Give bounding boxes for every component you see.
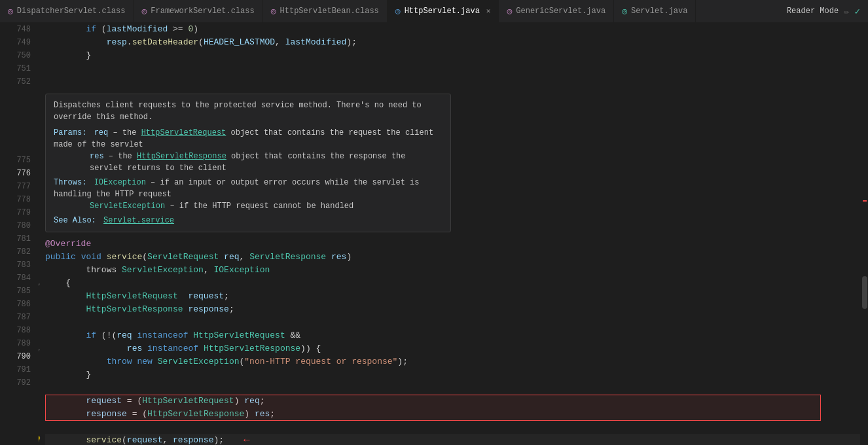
arrow-annotation: ← <box>244 434 250 445</box>
line-789: 789 <box>3 337 31 350</box>
vertical-scrollbar[interactable] <box>860 23 868 445</box>
code-line-776: ● public void service(ServletRequest req… <box>45 251 860 264</box>
code-line-775: @Override <box>45 238 860 251</box>
tab-framework-servlet[interactable]: ◎ FrameworkServlet.class <box>134 0 262 23</box>
scrollbar-error-indicator <box>863 200 867 202</box>
fold-783-code[interactable]: ▼ <box>39 345 40 358</box>
doc-see-label: See Also: <box>54 216 96 225</box>
code-line-788: response = (HttpServletResponse) res; <box>45 408 860 421</box>
code-line-786 <box>45 382 860 395</box>
tab-bar: ◎ DispatcherServlet.class ◎ FrameworkSer… <box>0 0 868 23</box>
doc-see-link[interactable]: Servlet.service <box>103 216 174 225</box>
line-790: 790 <box>3 350 31 363</box>
doc-line-space <box>3 88 31 154</box>
code-line-752 <box>45 75 860 88</box>
line-776: 776 <box>3 167 31 180</box>
doc-params: Params: req – the HttpServletRequest obj… <box>54 127 443 151</box>
tab-genericservlet[interactable]: ◎ GenericServlet.java <box>499 0 614 23</box>
code-line-781 <box>45 316 860 329</box>
selection-region: request = (HttpServletRequest) req; resp… <box>45 395 860 421</box>
bulb-icon-790[interactable]: 💡 <box>39 434 42 445</box>
line-781: 781 <box>3 232 31 245</box>
throws-keyword: throws <box>86 264 117 277</box>
pencil-icon[interactable]: ✏ <box>844 6 849 17</box>
doc-throws-label: Throws: <box>54 178 86 187</box>
code-line-784: throw new ServletException("non-HTTP req… <box>45 355 860 368</box>
doc-param-res: res – the HttpServletResponse object tha… <box>90 151 443 174</box>
code-line-748: if (lastModified >= 0) <box>45 23 860 36</box>
line-788: 788 <box>3 324 31 337</box>
line-777: 777 <box>3 180 31 193</box>
code-content: if (lastModified >= 0) resp.setDateHeade… <box>39 23 860 445</box>
tab-icon-dispatcher: ◎ <box>8 6 13 16</box>
code-line-750: } <box>45 49 860 62</box>
doc-param-req-name: req <box>94 128 109 137</box>
code-line-778: ▼ { <box>45 277 860 290</box>
tab-icon-generic: ◎ <box>507 6 512 16</box>
code-line-789 <box>45 421 860 434</box>
line-748: 748 <box>3 23 31 36</box>
line-750: 750 <box>3 49 31 62</box>
doc-see-also: See Also: Servlet.service <box>54 215 443 226</box>
doc-param-res-name: res <box>90 152 104 161</box>
doc-params-label: Params: <box>54 128 86 137</box>
line-number-gutter: 748 749 750 751 752 775 776 777 778 779 … <box>3 23 39 445</box>
line-779: 779 <box>3 206 31 219</box>
fold-778[interactable]: ▼ <box>39 279 40 293</box>
doc-throws: Throws: IOException – if an input or out… <box>54 177 443 200</box>
line-785: 785 <box>3 285 31 298</box>
line-792: 792 <box>3 376 31 389</box>
code-line-780: HttpServletResponse response; <box>45 303 860 316</box>
doc-throws-servlet-desc: – if the HTTP request cannot be handled <box>170 202 353 211</box>
line-784: 784 <box>3 272 31 285</box>
line-751: 751 <box>3 62 31 75</box>
doc-title: Dispatches client requests to the protec… <box>54 99 443 123</box>
line-786: 786 <box>3 298 31 311</box>
code-line-779: HttpServletRequest request; <box>45 290 860 303</box>
code-line-777: throws ServletException, IOException <box>45 264 860 277</box>
line-782: 782 <box>3 245 31 258</box>
doc-throws-servletexception: ServletException <box>90 202 165 211</box>
line-791: 791 <box>3 363 31 376</box>
tab-close-httpservlet[interactable]: ✕ <box>486 7 491 15</box>
doc-param-req-desc: – the HttpServletRequest object that con… <box>54 128 433 149</box>
code-line-785: } <box>45 368 860 382</box>
doc-throws-servlet: ServletException – if the HTTP request c… <box>90 200 443 212</box>
line-783: 783 ▼ <box>3 258 31 272</box>
reader-mode-button[interactable]: Reader Mode <box>787 7 839 16</box>
tab-icon-servlet: ◎ <box>622 6 627 16</box>
line-775: 775 <box>3 154 31 167</box>
code-line-790: 💡 service(request, response); ← <box>45 434 860 445</box>
tab-httpservletbean[interactable]: ◎ HttpServletBean.class <box>263 0 388 23</box>
code-line-782: if (!(req instanceof HttpServletRequest … <box>45 329 860 342</box>
tab-httpservlet[interactable]: ◎ HttpServlet.java ✕ <box>388 0 499 23</box>
tab-servlet[interactable]: ◎ Servlet.java <box>614 0 696 23</box>
line-749: 749 <box>3 36 31 49</box>
doc-comment-block: Dispatches client requests to the protec… <box>45 88 860 238</box>
line-787: 787 <box>3 311 31 324</box>
line-780: 780 <box>3 219 31 232</box>
tab-icon-framework: ◎ <box>141 6 147 16</box>
scrollbar-thumb[interactable] <box>862 276 867 309</box>
code-line-751 <box>45 62 860 75</box>
code-line-783: ▼ res instanceof HttpServletResponse)) { <box>45 342 860 355</box>
editor-area: 748 749 750 751 752 775 776 777 778 779 … <box>0 23 868 445</box>
doc-throws-ioexception: IOException <box>94 178 146 187</box>
line-752: 752 <box>3 75 31 88</box>
tab-dispatcher-servlet[interactable]: ◎ DispatcherServlet.class <box>0 0 134 23</box>
doc-box: Dispatches client requests to the protec… <box>45 94 451 232</box>
line-778: 778 <box>3 193 31 206</box>
doc-param-res-desc: – the HttpServletResponse object that co… <box>90 152 406 173</box>
tab-icon-httpservlet: ◎ <box>395 6 401 16</box>
code-line-787: request = (HttpServletRequest) req; <box>45 395 860 408</box>
tab-icon-bean: ◎ <box>271 6 276 16</box>
code-line-749: resp.setDateHeader(HEADER_LASTMOD, lastM… <box>45 36 860 49</box>
check-icon: ✓ <box>855 6 860 17</box>
